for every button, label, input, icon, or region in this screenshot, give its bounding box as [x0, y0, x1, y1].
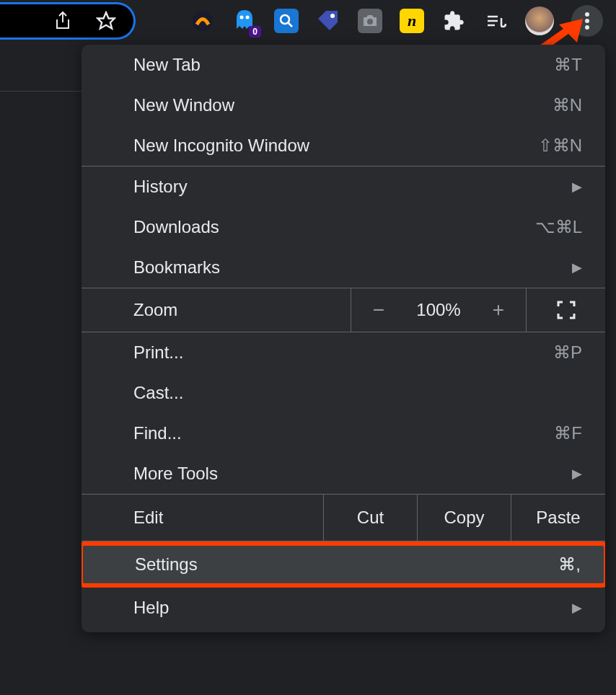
page-divider [0, 91, 82, 92]
chevron-right-icon: ▶ [572, 600, 582, 616]
svg-point-3 [281, 15, 289, 24]
menu-shortcut: ⌘F [554, 423, 582, 443]
menu-new-incognito[interactable]: New Incognito Window ⇧⌘N [82, 125, 605, 166]
svg-point-8 [585, 25, 589, 30]
extension-camera-icon[interactable] [358, 9, 382, 33]
menu-label: New Incognito Window [133, 136, 538, 156]
menu-label: Find... [133, 423, 554, 443]
menu-more-tools[interactable]: More Tools ▶ [82, 453, 605, 494]
menu-label: Cast... [133, 383, 582, 403]
more-menu-button[interactable] [571, 5, 603, 37]
svg-point-5 [367, 19, 373, 25]
edit-cut-button[interactable]: Cut [324, 495, 418, 541]
extension-ghost-icon[interactable]: 0 [232, 9, 257, 33]
zoom-value: 100% [406, 288, 471, 332]
edit-copy-button[interactable]: Copy [418, 495, 511, 541]
menu-label: Bookmarks [133, 257, 572, 278]
menu-label: Settings [135, 554, 558, 575]
share-icon[interactable] [51, 9, 74, 32]
menu-bookmarks[interactable]: Bookmarks ▶ [82, 247, 605, 288]
browser-menu: New Tab ⌘T New Window ⌘N New Incognito W… [82, 45, 605, 632]
menu-new-window[interactable]: New Window ⌘N [82, 85, 605, 125]
menu-history[interactable]: History ▶ [82, 167, 605, 207]
menu-label: New Tab [133, 55, 554, 75]
browser-toolbar: 0 n [0, 0, 616, 42]
menu-downloads[interactable]: Downloads ⌥⌘L [82, 207, 605, 247]
zoom-label: Zoom [82, 288, 351, 332]
chevron-right-icon: ▶ [572, 466, 582, 482]
menu-shortcut: ⌘N [553, 95, 582, 115]
fullscreen-button[interactable] [526, 288, 605, 332]
edit-label: Edit [82, 495, 324, 541]
menu-label: New Window [133, 95, 553, 115]
menu-shortcut: ⇧⌘N [538, 136, 582, 156]
extension-media-icon[interactable] [483, 9, 508, 33]
profile-avatar[interactable] [525, 6, 554, 35]
svg-point-7 [585, 19, 589, 23]
svg-point-4 [330, 14, 335, 18]
menu-cast[interactable]: Cast... [82, 373, 605, 413]
menu-shortcut: ⌘T [554, 55, 582, 75]
menu-help[interactable]: Help ▶ [82, 588, 605, 628]
extension-similarweb-icon[interactable] [190, 9, 215, 33]
extension-badge: 0 [249, 26, 261, 37]
chevron-right-icon: ▶ [572, 179, 582, 195]
menu-label: History [133, 177, 572, 197]
menu-new-tab[interactable]: New Tab ⌘T [82, 45, 605, 85]
menu-shortcut: ⌘P [553, 342, 582, 363]
menu-label: Print... [133, 342, 553, 363]
extensions-puzzle-icon[interactable] [441, 9, 466, 33]
svg-point-1 [240, 16, 244, 19]
menu-shortcut: ⌘, [558, 554, 581, 575]
menu-label: Help [133, 598, 572, 618]
menu-print[interactable]: Print... ⌘P [82, 332, 605, 373]
menu-label: Downloads [133, 217, 535, 237]
svg-point-2 [246, 16, 250, 19]
menu-find[interactable]: Find... ⌘F [82, 413, 605, 453]
zoom-in-button[interactable]: + [471, 288, 526, 332]
omnibox-actions [0, 2, 136, 40]
svg-point-6 [585, 12, 589, 17]
menu-label: More Tools [133, 464, 572, 484]
extension-notion-icon[interactable]: n [400, 9, 424, 33]
chevron-right-icon: ▶ [572, 260, 582, 275]
extension-tag-icon[interactable] [316, 9, 340, 33]
menu-settings[interactable]: Settings ⌘, [82, 541, 605, 588]
menu-shortcut: ⌥⌘L [535, 217, 582, 237]
extension-search-icon[interactable] [274, 9, 299, 33]
menu-zoom-row: Zoom − 100% + [82, 288, 605, 332]
edit-paste-button[interactable]: Paste [511, 495, 605, 541]
bookmark-star-icon[interactable] [94, 9, 118, 32]
zoom-out-button[interactable]: − [351, 288, 406, 332]
menu-edit-row: Edit Cut Copy Paste [82, 495, 605, 541]
